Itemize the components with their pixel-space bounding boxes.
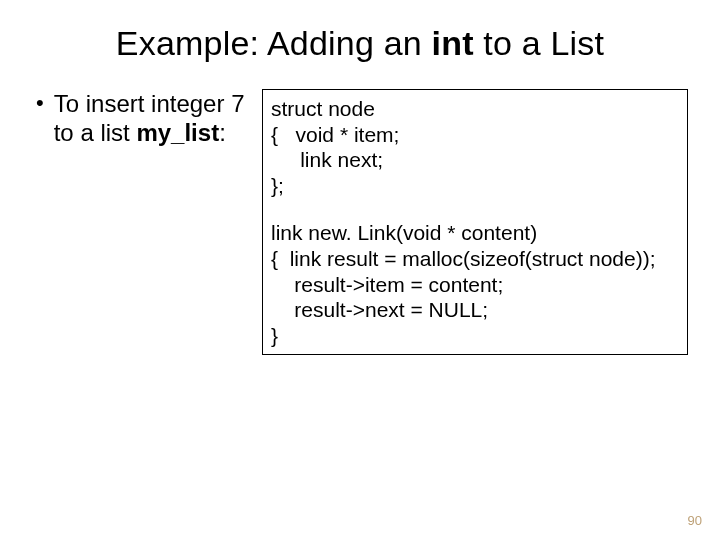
bullet-item: • To insert integer 7 to a list my_list: bbox=[32, 89, 250, 148]
bullet-line2-post: : bbox=[219, 119, 226, 146]
code-line: }; bbox=[271, 173, 679, 199]
title-post: to a List bbox=[474, 24, 605, 62]
right-column: struct node { void * item; link next; };… bbox=[262, 89, 688, 355]
page-number: 90 bbox=[688, 513, 702, 528]
title-pre: Example: Adding an bbox=[116, 24, 432, 62]
title-bold: int bbox=[432, 24, 474, 62]
code-line: link next; bbox=[271, 147, 679, 173]
code-line: { void * item; bbox=[271, 122, 679, 148]
bullet-dot-icon: • bbox=[36, 89, 44, 118]
code-line: } bbox=[271, 323, 679, 349]
bullet-text: To insert integer 7 to a list my_list: bbox=[54, 89, 245, 148]
left-column: • To insert integer 7 to a list my_list: bbox=[32, 89, 262, 148]
bullet-line1: To insert integer 7 bbox=[54, 90, 245, 117]
code-line: struct node bbox=[271, 96, 679, 122]
slide: Example: Adding an int to a List • To in… bbox=[0, 0, 720, 540]
bullet-line2-bold: my_list bbox=[136, 119, 219, 146]
code-line: result->next = NULL; bbox=[271, 297, 679, 323]
code-line: { link result = malloc(sizeof(struct nod… bbox=[271, 246, 679, 272]
code-line: link new. Link(void * content) bbox=[271, 220, 679, 246]
slide-title: Example: Adding an int to a List bbox=[32, 24, 688, 63]
bullet-line2-pre: to a list bbox=[54, 119, 137, 146]
code-line: result->item = content; bbox=[271, 272, 679, 298]
code-gap bbox=[271, 198, 679, 220]
content-columns: • To insert integer 7 to a list my_list:… bbox=[32, 89, 688, 355]
code-box: struct node { void * item; link next; };… bbox=[262, 89, 688, 355]
